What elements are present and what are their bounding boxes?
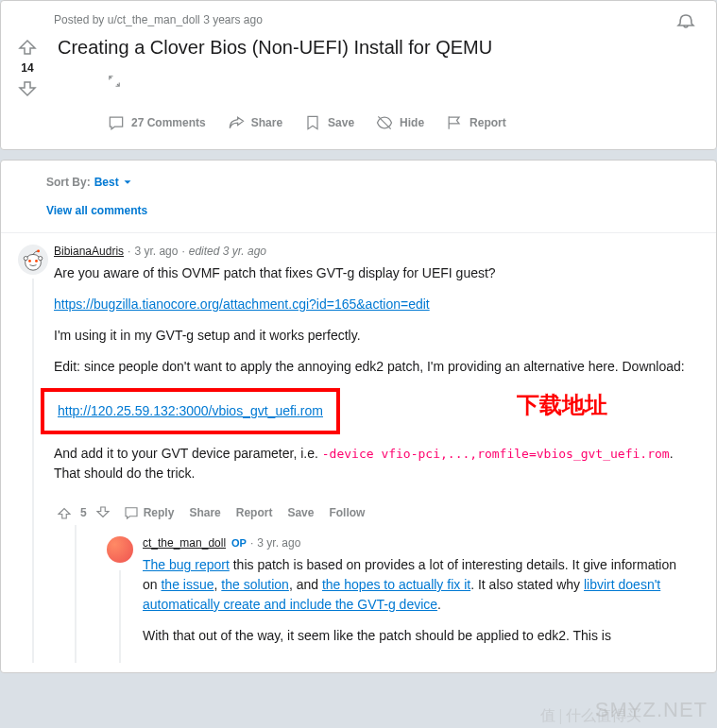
ovmf-patch-link[interactable]: https://bugzilla.tianocore.org/attachmen… [54,296,430,312]
upvote-button[interactable] [16,35,39,58]
comment-author-link[interactable]: BibianaAudris [54,245,124,258]
view-all-comments-link[interactable]: View all comments [1,193,716,221]
comment-actions: 5 Reply Share Report Save Follow [54,500,701,525]
report-button[interactable]: Report [437,108,514,138]
sort-row: Sort By: Best [1,172,716,193]
comment-downvote-button[interactable] [93,502,113,523]
chevron-down-icon [121,176,134,189]
watermark-smyz: SMYZ.NET [595,698,708,722]
vote-column: 14 [1,8,54,101]
code-snippet: -device vfio-pci,...,romfile=vbios_gvt_u… [322,447,670,461]
comment-author-link[interactable]: ct_the_man_doll [143,536,226,550]
downvote-button[interactable] [16,78,39,101]
thread-line[interactable] [119,570,121,663]
sort-label: Sort By: [46,176,91,189]
post-main: Posted by u/ct_the_man_doll 3 years ago … [1,1,716,149]
comment-text: With that out of the way, it seem like t… [143,626,686,646]
svg-point-5 [37,250,40,253]
comments-section: Sort By: Best View all comments BibianaA… [0,160,717,673]
comment-save-button[interactable]: Save [282,502,319,523]
avatar[interactable] [107,536,133,563]
report-label: Report [469,116,506,129]
comment-age: 3 yr. ago [134,245,178,258]
comment: BibianaAudris · 3 yr. ago · edited 3 yr.… [1,245,716,663]
comment-report-button[interactable]: Report [230,502,279,523]
comment-text: Are you aware of this OVMF patch that fi… [54,263,701,283]
svg-point-3 [24,257,27,261]
svg-point-2 [35,260,38,262]
download-annotation: 下载地址 [517,388,607,422]
comment-text: The bug report this patch is based on pr… [143,555,686,615]
comment-header: ct_the_man_doll OP · 3 yr. ago [143,536,686,550]
thread-line[interactable] [32,279,34,663]
post-title: Creating a Clover Bios (Non-UEFI) Instal… [16,37,705,59]
comment-body: The bug report this patch is based on pr… [143,550,686,663]
post-card: 14 Posted by u/ct_the_man_doll 3 years a… [0,0,717,150]
annotation-wrapper: http://120.25.59.132:3000/vbios_gvt_uefi… [54,388,701,444]
comment-upvote-button[interactable] [54,502,75,523]
comments-label: 27 Comments [131,116,206,129]
hide-button[interactable]: Hide [367,108,432,138]
post-meta: Posted by u/ct_the_man_doll 3 years ago [54,8,705,31]
highlight-box: http://120.25.59.132:3000/vbios_gvt_uefi… [41,388,340,434]
comment-age: 3 yr. ago [257,536,300,550]
comment-header: BibianaAudris · 3 yr. ago · edited 3 yr.… [54,245,701,258]
nested-replies: ct_the_man_doll OP · 3 yr. ago The bug r… [75,525,701,663]
comment-edited: edited 3 yr. ago [189,245,266,258]
svg-point-4 [39,257,43,261]
avatar[interactable] [18,245,48,275]
hide-label: Hide [400,116,424,129]
comment: ct_the_man_doll OP · 3 yr. ago The bug r… [99,536,701,663]
comment-share-button[interactable]: Share [183,502,226,523]
comment-text: I'm using it in my GVT-g setup and it wo… [54,326,701,346]
divider [1,232,716,233]
share-label: Share [251,116,282,129]
bug-report-link[interactable]: The bug report [143,557,230,572]
save-label: Save [328,116,354,129]
post-score: 14 [21,61,33,75]
comment-text: Edit: since people don't want to apply t… [54,357,701,377]
comment-text: And add it to your GVT device parameter,… [54,444,701,483]
comment-body: Are you aware of this OVMF patch that fi… [54,258,701,500]
svg-point-0 [26,254,42,270]
svg-point-1 [28,260,31,262]
rom-download-link[interactable]: http://120.25.59.132:3000/vbios_gvt_uefi… [58,403,323,418]
op-badge: OP [231,537,247,549]
reply-button[interactable]: Reply [117,500,180,525]
comments-button[interactable]: 27 Comments [99,108,213,138]
expand-media-button[interactable] [101,68,128,94]
hopes-link[interactable]: the hopes to actually fix it [322,577,470,592]
post-action-bar: 27 Comments Share Save Hide Report [54,104,705,142]
sort-dropdown[interactable]: Best [94,176,134,189]
comment-follow-button[interactable]: Follow [323,502,370,523]
sort-value: Best [94,176,119,189]
comment-score: 5 [78,506,89,519]
solution-link[interactable]: the solution [221,577,289,592]
share-button[interactable]: Share [219,108,290,138]
notification-bell-icon[interactable] [674,8,697,31]
post-author-link[interactable]: u/ct_the_man_doll [108,13,200,26]
post-age: 3 years ago [203,13,263,26]
save-button[interactable]: Save [296,108,362,138]
posted-by-label: Posted by [54,13,108,26]
issue-link[interactable]: the issue [161,577,213,592]
